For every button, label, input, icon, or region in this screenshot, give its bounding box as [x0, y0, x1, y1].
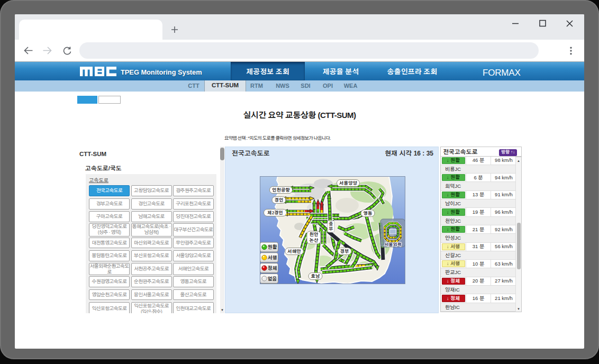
svg-text:서행: 서행	[268, 255, 277, 260]
svg-text:인천공항: 인천공항	[272, 187, 290, 193]
svg-text:논산: 논산	[310, 238, 319, 243]
svg-text:원활: 원활	[268, 244, 277, 250]
svg-text:서해안: 서해안	[287, 249, 301, 254]
svg-text:서울외곽: 서울외곽	[385, 242, 402, 247]
svg-text:영동: 영동	[364, 211, 373, 216]
svg-text:경인: 경인	[275, 197, 284, 203]
svg-text:호남: 호남	[311, 274, 320, 279]
svg-text:천안: 천안	[310, 232, 319, 237]
svg-text:제2경인: 제2경인	[267, 210, 283, 215]
svg-text:정체: 정체	[268, 266, 277, 271]
svg-text:경부: 경부	[340, 249, 349, 254]
svg-text:부: 부	[329, 226, 333, 231]
svg-text:없음: 없음	[268, 276, 277, 281]
svg-text:서울양양: 서울양양	[339, 180, 357, 186]
svg-text:중: 중	[329, 222, 333, 226]
